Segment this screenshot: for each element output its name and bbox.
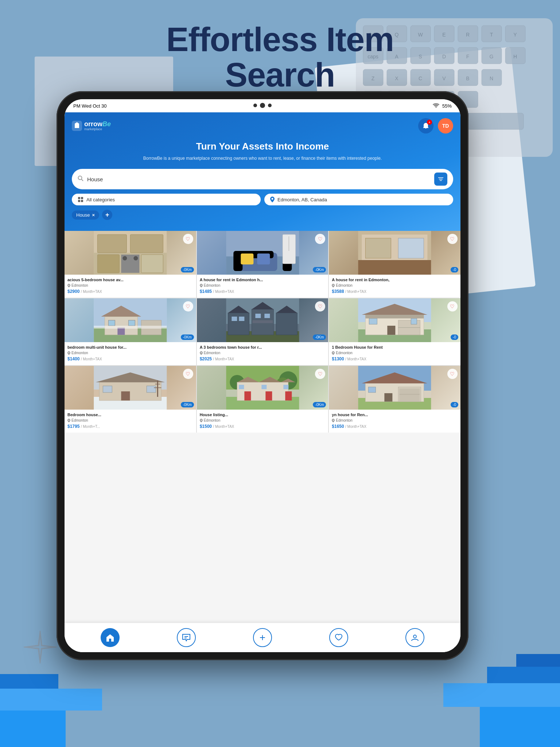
svg-rect-101 [276,313,297,335]
listing-card[interactable]: ♡ -0Km House listing... Edmonton $1500 /… [197,366,328,433]
listing-img-svg [329,366,460,410]
add-tag-button[interactable]: + [102,210,112,220]
logo: orrowBe marketplace [72,121,111,131]
listing-title: A house for rent in Edmonton, [332,278,458,282]
svg-rect-75 [257,253,270,264]
favorite-button[interactable]: ♡ [183,301,193,311]
svg-point-48 [78,176,82,180]
svg-rect-146 [265,391,272,400]
svg-point-67 [69,285,70,286]
listing-info: House listing... Edmonton $1500 / Month+… [197,410,328,433]
listing-image: ♡ -0Km [197,366,328,410]
nav-add[interactable]: + [253,628,272,647]
listing-info: A house for rent in Edmonton h... Edmont… [197,275,328,298]
listing-card[interactable]: ♡ -0 A house for rent in Edmonton, Edmon… [329,231,460,298]
listing-img-svg [197,231,328,275]
location-label: Edmonton, AB, Canada [277,197,327,202]
status-time: PM Wed Oct 30 [73,103,107,109]
notifications-button[interactable]: 4 [418,118,433,133]
listing-info: Bedroom house... Edmonton $1795 / Month+… [65,410,196,433]
svg-rect-55 [78,200,80,202]
location-pin-icon [67,284,70,287]
svg-point-134 [69,419,70,421]
listing-image: ♡ -0Km [197,298,328,342]
svg-point-66 [133,256,138,260]
svg-point-78 [201,285,202,286]
svg-rect-147 [285,391,292,400]
location-pin-icon [200,351,203,355]
nav-favorites[interactable] [329,628,348,647]
listing-card[interactable]: ♡ -0 yn house for Ren... Edmonton $1650 … [329,366,460,433]
listing-title: yn house for Ren... [332,413,458,417]
listing-card[interactable]: ♡ -0Km acious 5-bedroom house av... Edmo… [65,231,196,298]
listing-price: $1500 / Month+TAX [200,424,326,429]
listing-image: ♡ -0Km [65,298,196,342]
category-icon [78,197,83,202]
category-label: All categories [86,197,115,202]
listing-card[interactable]: ♡ -0Km A house for rent in Edmonton h...… [197,231,328,298]
listing-location: Edmonton [200,418,326,422]
search-input[interactable]: House [87,176,434,182]
svg-rect-145 [244,391,251,400]
svg-rect-108 [264,314,270,318]
tag-chip-house[interactable]: House × [72,210,99,220]
favorite-button[interactable]: ♡ [447,234,458,244]
filter-row: All categories Edmonton, AB, Canada [72,194,453,205]
listing-image: ♡ -0Km [65,366,196,410]
listing-info: bedroom multi-unit house for... Edmonton… [65,342,196,365]
location-filter[interactable]: Edmonton, AB, Canada [264,194,453,205]
svg-rect-118 [388,326,396,335]
listing-img-svg [329,231,460,275]
svg-rect-105 [232,317,237,321]
listing-card[interactable]: ♡ -0Km A 3 bedrooms town house for r... … [197,298,328,365]
listing-info: acious 5-bedroom house av... Edmonton $2… [65,275,196,298]
favorite-button[interactable]: ♡ [447,301,458,311]
listing-card[interactable]: ♡ -0 1 Bedroom House for Rent Edmonton $… [329,298,460,365]
listing-card[interactable]: ♡ -0Km Bedroom house... Edmonton $1795 /… [65,366,196,433]
svg-rect-120 [411,318,417,324]
location-icon [270,197,275,202]
nav-messages[interactable] [177,628,196,647]
svg-rect-92 [108,320,115,326]
header-actions: 4 TD [418,118,453,133]
svg-rect-94 [94,326,167,329]
user-avatar[interactable]: TD [438,118,453,133]
svg-rect-121 [366,315,424,318]
filter-button[interactable] [434,173,447,186]
svg-rect-130 [147,386,156,392]
favorite-button[interactable]: ♡ [183,369,193,379]
home-nav-icon [106,634,114,642]
camera-dot-2 [268,104,272,107]
svg-rect-150 [283,385,288,389]
svg-point-165 [413,635,416,638]
nav-home[interactable] [101,628,120,647]
listing-price: $2900 / Month+TAX [67,289,193,294]
favorite-button[interactable]: ♡ [183,234,193,244]
svg-rect-60 [97,235,127,253]
favorites-nav-icon [335,634,343,641]
wifi-icon [433,103,439,108]
svg-rect-128 [121,391,130,400]
listing-price: $1795 / Month+T... [67,424,193,429]
favorite-button[interactable]: ♡ [447,369,458,379]
category-filter[interactable]: All categories [72,194,261,205]
page-title: Effortless Item Search [0,22,560,92]
distance-badge: -0Km [181,402,194,407]
nav-profile[interactable] [405,628,424,647]
svg-rect-149 [261,385,267,389]
listing-img-svg [329,298,460,342]
svg-point-65 [122,256,127,260]
hero-title: Turn Your Assets Into Income [72,141,453,152]
search-bar[interactable]: House [72,169,453,189]
location-pin-icon [332,284,335,287]
listing-title: 1 Bedroom House for Rent [332,345,458,349]
search-icon [78,175,83,183]
location-pin-icon [200,284,203,287]
svg-point-84 [333,285,334,286]
svg-rect-61 [130,235,163,253]
svg-point-151 [201,419,202,421]
listing-title: House listing... [200,413,326,417]
camera-dot-1 [253,104,257,107]
tag-close-icon[interactable]: × [92,212,95,218]
listing-card[interactable]: ♡ -0Km bedroom multi-unit house for... E… [65,298,196,365]
